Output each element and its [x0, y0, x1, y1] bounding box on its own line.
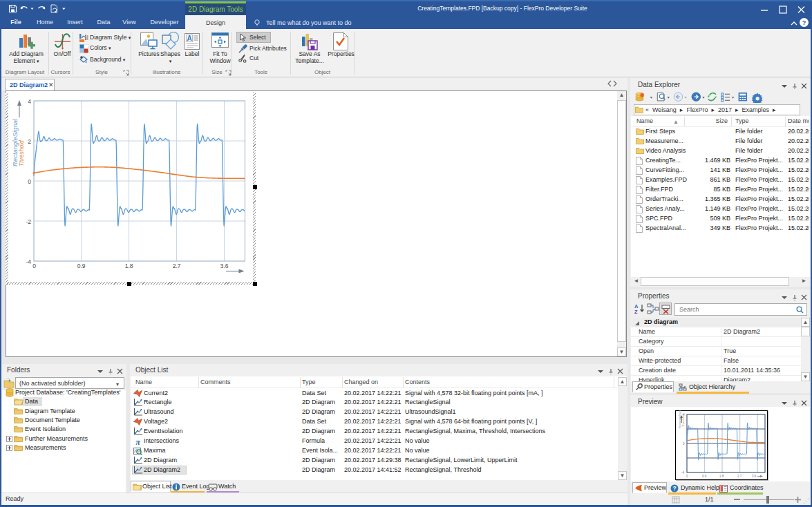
svg-text:3.6: 3.6	[220, 262, 229, 269]
svg-text:3.6: 3.6	[752, 475, 757, 478]
svg-text:Threshold: Threshold	[18, 140, 25, 166]
svg-text:0.9: 0.9	[702, 475, 707, 478]
svg-text:0: 0	[32, 262, 36, 269]
svg-text:1.8: 1.8	[719, 475, 724, 478]
svg-text:-4: -4	[681, 471, 684, 475]
svg-text:-2: -2	[26, 218, 31, 225]
svg-text:0: 0	[686, 475, 688, 478]
svg-text:4: 4	[28, 98, 31, 105]
svg-text:π: π	[135, 437, 140, 446]
svg-text:2: 2	[28, 138, 31, 145]
svg-text:1.8: 1.8	[125, 262, 133, 269]
svg-text:A: A	[187, 35, 191, 42]
svg-text:-4: -4	[26, 258, 31, 265]
svg-text:0: 0	[28, 178, 31, 185]
svg-text:0: 0	[683, 442, 685, 446]
svg-text:2.7: 2.7	[173, 262, 181, 269]
svg-text:?: ?	[802, 19, 806, 26]
svg-text:2.7: 2.7	[737, 475, 742, 478]
svg-text:0.9: 0.9	[77, 262, 86, 269]
svg-text:?: ?	[672, 485, 676, 492]
svg-text:Z: Z	[634, 309, 638, 315]
